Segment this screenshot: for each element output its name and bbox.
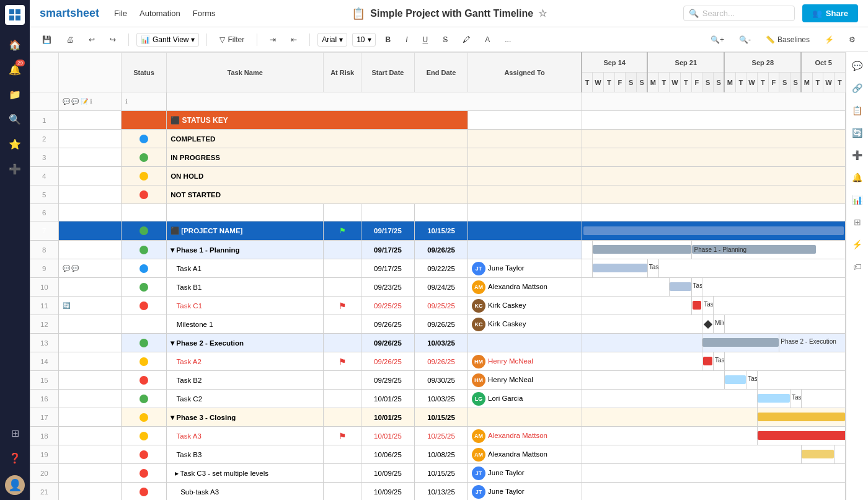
zoom-out-button[interactable]: 🔍- bbox=[734, 33, 756, 47]
zoom-in-button[interactable]: 🔍+ bbox=[706, 33, 729, 47]
font-selector[interactable]: Arial ▾ bbox=[317, 33, 347, 47]
grid-icon[interactable]: ⊞ bbox=[849, 213, 866, 231]
status-header: Status bbox=[121, 53, 166, 92]
svg-rect-1 bbox=[16, 9, 20, 14]
startdate-header: Start Date bbox=[361, 53, 414, 92]
indent-button[interactable]: ⇥ bbox=[265, 33, 281, 47]
controls-row: 💬 💬 📝 ℹ ℹ bbox=[30, 92, 846, 111]
lightning-icon[interactable]: ⚡ bbox=[849, 236, 866, 253]
rownum-1: 1 bbox=[30, 111, 59, 130]
comments-icon[interactable]: 💬 bbox=[849, 57, 866, 74]
notifications-icon[interactable]: 🔔 bbox=[849, 169, 866, 186]
gantt-9-after bbox=[658, 259, 846, 278]
size-dropdown-icon: ▾ bbox=[368, 35, 371, 44]
forms-icon[interactable]: 📋 bbox=[849, 102, 866, 119]
day-s6: S bbox=[790, 73, 802, 92]
sidebar-browse-icon[interactable]: 🔍 bbox=[4, 108, 26, 130]
gantt-6 bbox=[582, 204, 846, 221]
task-21: Sub-task A3 bbox=[167, 483, 324, 501]
day-t6: T bbox=[757, 73, 768, 92]
settings-button[interactable]: ⚙ bbox=[844, 33, 861, 47]
attachments-icon[interactable]: 🔗 bbox=[849, 79, 866, 97]
status-8 bbox=[121, 241, 166, 259]
filter-icon: ▽ bbox=[219, 35, 225, 44]
strikethrough-button[interactable]: S bbox=[438, 33, 453, 47]
gantt-11-before bbox=[582, 297, 691, 315]
filter-button[interactable]: ▽ Filter bbox=[215, 33, 249, 47]
atrisk-16 bbox=[324, 390, 361, 408]
status-13 bbox=[121, 334, 166, 352]
size-selector[interactable]: 10 ▾ bbox=[352, 33, 375, 47]
font-color-button[interactable]: A bbox=[480, 33, 495, 47]
app-logo[interactable] bbox=[5, 5, 25, 25]
atrisk-8 bbox=[324, 241, 361, 259]
sidebar-favorites-icon[interactable]: ⭐ bbox=[4, 133, 26, 155]
gantt-12-after bbox=[724, 315, 845, 334]
search-box[interactable]: 🔍 Search... bbox=[683, 6, 795, 21]
end-12: 09/26/25 bbox=[415, 315, 468, 334]
highlight-button[interactable]: 🖍 bbox=[458, 33, 475, 47]
more-button[interactable]: ... bbox=[500, 33, 516, 47]
user-avatar[interactable]: 👤 bbox=[5, 475, 25, 495]
sidebar-folder-icon[interactable]: 📁 bbox=[4, 83, 26, 105]
gantt-19-before bbox=[582, 445, 801, 464]
view-selector[interactable]: 📊 Gantt View ▾ bbox=[136, 33, 199, 47]
day-s4: S bbox=[714, 73, 725, 92]
end-13: 10/03/25 bbox=[415, 334, 468, 352]
gantt-13-label: Phase 2 - Execution bbox=[779, 334, 846, 352]
critical-path-button[interactable]: ⚡ bbox=[820, 33, 839, 47]
add-icon[interactable]: ➕ bbox=[849, 146, 866, 164]
baselines-button[interactable]: 📏 Baselines bbox=[761, 33, 815, 47]
sidebar-home-icon[interactable]: 🏠 bbox=[4, 33, 26, 56]
gantt-10-before bbox=[582, 278, 670, 297]
table-row: 11 🔄 Task C1 ⚑ 09/25/25 09/25/25 KCKirk … bbox=[30, 297, 846, 315]
activity-icon[interactable]: 🔄 bbox=[849, 124, 866, 141]
status-16 bbox=[121, 390, 166, 408]
gantt-15-label: Task B2 bbox=[746, 371, 758, 390]
controls-21 bbox=[58, 483, 121, 501]
print-button[interactable]: 🖨 bbox=[61, 33, 79, 47]
underline-button[interactable]: U bbox=[418, 33, 433, 47]
gantt-13-before bbox=[582, 334, 702, 352]
status-6 bbox=[121, 204, 166, 221]
sidebar-grid-icon[interactable]: ⊞ bbox=[4, 422, 26, 444]
rownum-16: 16 bbox=[30, 390, 59, 408]
sidebar-add-icon[interactable]: ➕ bbox=[4, 158, 26, 180]
nav-file[interactable]: File bbox=[114, 9, 127, 18]
task-20: ▸ Task C3 - set multiple levels bbox=[167, 464, 324, 483]
outdent-button[interactable]: ⇤ bbox=[286, 33, 302, 47]
task-18: Task A3 bbox=[167, 427, 324, 445]
avatar-am-18: AM bbox=[472, 429, 485, 443]
nav-forms[interactable]: Forms bbox=[193, 9, 216, 18]
tag-icon[interactable]: 🏷 bbox=[849, 258, 866, 275]
start-14: 09/26/25 bbox=[361, 352, 414, 371]
sidebar-help-icon[interactable]: ❓ bbox=[4, 447, 26, 469]
bold-button[interactable]: B bbox=[381, 33, 396, 47]
italic-button[interactable]: I bbox=[401, 33, 412, 47]
sidebar-notifications-icon[interactable]: 🔔 29 bbox=[4, 58, 26, 81]
app-name: smartsheet bbox=[40, 7, 99, 20]
assigned-16: LGLori Garcia bbox=[468, 390, 582, 408]
status-7 bbox=[121, 221, 166, 241]
start-12: 09/26/25 bbox=[361, 315, 414, 334]
rownum-11: 11 bbox=[30, 297, 59, 315]
rownum-20: 20 bbox=[30, 464, 59, 483]
status-ctrl: ℹ bbox=[121, 92, 166, 111]
undo-button[interactable]: ↩ bbox=[84, 33, 100, 47]
data-icon[interactable]: 📊 bbox=[849, 191, 866, 208]
gantt-18-before bbox=[582, 427, 757, 445]
task-19: Task B3 bbox=[167, 445, 324, 464]
nav-automation[interactable]: Automation bbox=[140, 9, 180, 18]
save-button[interactable]: 💾 bbox=[37, 33, 56, 47]
redo-button[interactable]: ↪ bbox=[105, 33, 121, 47]
gantt-19-bar bbox=[801, 445, 834, 464]
gantt-1 bbox=[582, 111, 846, 130]
controls-5 bbox=[58, 185, 121, 204]
share-button[interactable]: 👥 Share bbox=[802, 4, 858, 22]
assigned-7 bbox=[468, 221, 582, 241]
gantt-15-bar bbox=[724, 371, 746, 390]
favorite-star-icon[interactable]: ☆ bbox=[538, 7, 547, 19]
grid-container[interactable]: Status Task Name At Risk Start Date End … bbox=[30, 52, 846, 500]
start-17: 10/01/25 bbox=[361, 408, 414, 427]
controls-10 bbox=[58, 278, 121, 297]
